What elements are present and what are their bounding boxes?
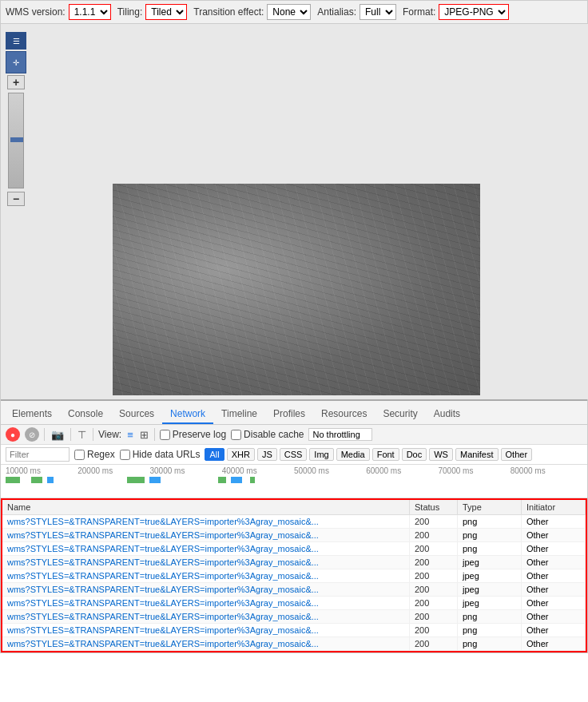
table-row[interactable]: wms?STYLES=&TRANSPARENT=true&LAYERS=impo…: [2, 624, 586, 637]
cell-name-5: wms?STYLES=&TRANSPARENT=true&LAYERS=impo…: [2, 583, 410, 597]
tiling-select[interactable]: Tiled: [145, 4, 187, 20]
tab-profiles[interactable]: Profiles: [265, 405, 313, 424]
tab-security[interactable]: Security: [375, 405, 425, 424]
cell-status-3: 200: [410, 556, 458, 569]
cell-name-6: wms?STYLES=&TRANSPARENT=true&LAYERS=impo…: [2, 597, 410, 610]
tree-view-btn[interactable]: ⊞: [139, 429, 149, 441]
tiling-group: Tiling: Tiled: [117, 4, 188, 20]
separator-2: [70, 428, 71, 441]
tab-console[interactable]: Console: [60, 405, 111, 424]
separator-3: [93, 428, 93, 441]
regex-checkbox[interactable]: [74, 450, 85, 460]
table-row[interactable]: wms?STYLES=&TRANSPARENT=true&LAYERS=impo…: [2, 583, 586, 597]
timeline-label-2: 20000 ms: [77, 466, 149, 475]
filter-tag-img[interactable]: Img: [309, 448, 333, 461]
tab-resources[interactable]: Resources: [313, 405, 375, 424]
tiling-label: Tiling:: [117, 6, 143, 18]
filter-tag-other[interactable]: Other: [501, 448, 533, 461]
map-container[interactable]: ☰ ✛ + −: [1, 24, 588, 399]
timeline-label-3: 30000 ms: [150, 466, 222, 475]
filter-tag-media[interactable]: Media: [336, 448, 370, 461]
tab-network[interactable]: Network: [162, 405, 213, 424]
timeline-label-8: 80000 ms: [511, 466, 582, 475]
list-tool-btn[interactable]: ☰: [6, 32, 26, 50]
cell-name-3: wms?STYLES=&TRANSPARENT=true&LAYERS=impo…: [2, 556, 410, 569]
cell-type-6: jpeg: [458, 597, 522, 610]
timeline-bar-8: [250, 477, 255, 483]
camera-btn[interactable]: 📷: [50, 429, 66, 441]
regex-label[interactable]: Regex: [74, 449, 115, 460]
format-group: Format: JPEG-PNG: [403, 4, 509, 20]
table-row[interactable]: wms?STYLES=&TRANSPARENT=true&LAYERS=impo…: [2, 597, 586, 610]
cell-initiator-3: Other: [522, 556, 586, 569]
table-row[interactable]: wms?STYLES=&TRANSPARENT=true&LAYERS=impo…: [2, 569, 586, 583]
network-table-body: wms?STYLES=&TRANSPARENT=true&LAYERS=impo…: [2, 515, 586, 651]
move-tool-btn[interactable]: ✛: [6, 51, 26, 73]
tab-elements[interactable]: Elements: [4, 405, 60, 424]
wms-version-select[interactable]: 1.1.1: [69, 4, 111, 20]
filter-tag-manifest[interactable]: Manifest: [455, 448, 499, 461]
filter-tag-xhr[interactable]: XHR: [227, 448, 255, 461]
disable-cache-label[interactable]: Disable cache: [231, 429, 304, 440]
separator-4: [154, 428, 155, 441]
hide-data-urls-checkbox[interactable]: [120, 450, 130, 460]
cell-status-7: 200: [410, 610, 458, 624]
devtools-tabs: Elements Console Sources Network Timelin…: [1, 401, 587, 425]
table-row[interactable]: wms?STYLES=&TRANSPARENT=true&LAYERS=impo…: [2, 610, 586, 624]
filter-tag-doc[interactable]: Doc: [402, 448, 427, 461]
tab-sources[interactable]: Sources: [111, 405, 162, 424]
table-row[interactable]: wms?STYLES=&TRANSPARENT=true&LAYERS=impo…: [2, 515, 586, 529]
cell-name-7: wms?STYLES=&TRANSPARENT=true&LAYERS=impo…: [2, 610, 410, 624]
cell-initiator-8: Other: [522, 624, 586, 637]
preserve-log-checkbox[interactable]: [160, 430, 170, 440]
tab-timeline[interactable]: Timeline: [213, 405, 265, 424]
zoom-in-btn[interactable]: +: [7, 75, 25, 89]
th-name[interactable]: Name: [2, 500, 410, 515]
cell-initiator-2: Other: [522, 542, 586, 556]
table-row[interactable]: wms?STYLES=&TRANSPARENT=true&LAYERS=impo…: [2, 556, 586, 569]
filter-tag-ws[interactable]: WS: [429, 448, 453, 461]
format-select[interactable]: JPEG-PNG: [439, 4, 509, 20]
zoom-out-btn[interactable]: −: [7, 192, 25, 206]
cell-initiator-1: Other: [522, 529, 586, 542]
cell-status-0: 200: [410, 515, 458, 529]
timeline-label-5: 50000 ms: [294, 466, 366, 475]
filter-tag-css[interactable]: CSS: [280, 448, 308, 461]
zoom-slider[interactable]: [8, 93, 24, 188]
filter-input[interactable]: [6, 447, 70, 462]
antialias-select[interactable]: Full: [360, 4, 396, 20]
hide-data-urls-label[interactable]: Hide data URLs: [120, 449, 201, 460]
filter-btn[interactable]: ⊤: [76, 429, 88, 441]
wms-version-label: WMS version:: [6, 6, 66, 18]
record-btn[interactable]: ●: [6, 427, 20, 442]
th-status[interactable]: Status: [410, 500, 458, 515]
timeline-bar-4: [127, 477, 145, 483]
th-initiator[interactable]: Initiator: [522, 500, 586, 515]
preserve-log-label[interactable]: Preserve log: [160, 429, 226, 440]
list-view-btn[interactable]: ≡: [126, 429, 134, 441]
th-type[interactable]: Type: [458, 500, 522, 515]
cell-type-5: jpeg: [458, 583, 522, 597]
table-row[interactable]: wms?STYLES=&TRANSPARENT=true&LAYERS=impo…: [2, 637, 586, 651]
disable-cache-checkbox[interactable]: [231, 430, 241, 440]
clear-btn[interactable]: ⊘: [25, 427, 39, 442]
timeline-bar-2: [31, 477, 42, 483]
table-row[interactable]: wms?STYLES=&TRANSPARENT=true&LAYERS=impo…: [2, 529, 586, 542]
timeline-bar-3: [47, 477, 54, 483]
cell-initiator-0: Other: [522, 515, 586, 529]
throttle-select[interactable]: No throttling: [308, 428, 372, 441]
view-label: View:: [98, 429, 121, 440]
transition-select[interactable]: None: [267, 4, 311, 20]
filter-tag-js[interactable]: JS: [257, 448, 277, 461]
network-table: Name Status Type Initiator wms?STYLES=&T…: [2, 500, 586, 651]
timeline-label-7: 70000 ms: [439, 466, 511, 475]
transition-group: Transition effect: None: [193, 4, 311, 20]
filter-tag-font[interactable]: Font: [372, 448, 399, 461]
top-toolbar: WMS version: 1.1.1 Tiling: Tiled Transit…: [1, 1, 587, 24]
table-row[interactable]: wms?STYLES=&TRANSPARENT=true&LAYERS=impo…: [2, 542, 586, 556]
tab-audits[interactable]: Audits: [426, 405, 468, 424]
zoom-handle[interactable]: [10, 137, 23, 142]
timeline-label-6: 60000 ms: [366, 466, 438, 475]
filter-tag-all[interactable]: All: [205, 448, 224, 461]
timeline-label-1: 10000 ms: [6, 466, 77, 475]
